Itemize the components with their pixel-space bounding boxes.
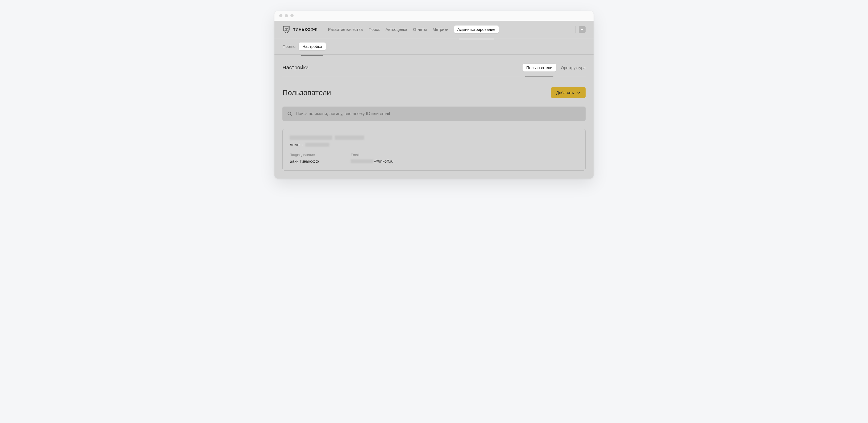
add-button-label: Добавить bbox=[556, 90, 574, 95]
department-value: Банк Тинькофф bbox=[289, 159, 319, 163]
nav-item-metrics[interactable]: Метрики bbox=[433, 26, 448, 33]
window-close-dot[interactable] bbox=[279, 14, 282, 17]
nav-item-reports[interactable]: Отчеты bbox=[413, 26, 427, 33]
page-title: Пользователи bbox=[282, 89, 331, 97]
search-icon bbox=[287, 111, 292, 116]
window-titlebar bbox=[274, 11, 594, 21]
search-box[interactable] bbox=[282, 106, 586, 121]
window-maximize-dot[interactable] bbox=[290, 14, 293, 17]
top-nav: ТИНЬКОФФ Развитие качества Поиск Автооце… bbox=[274, 21, 594, 38]
subnav-item-forms[interactable]: Формы bbox=[282, 42, 296, 50]
tab-orgstructure[interactable]: Оргструктура bbox=[561, 64, 586, 71]
user-fields: Подразделение Банк Тинькофф Email @tinko… bbox=[289, 153, 579, 163]
email-label: Email bbox=[351, 153, 393, 157]
department-label: Подразделение bbox=[289, 153, 319, 157]
shield-icon bbox=[282, 26, 290, 33]
subnav-item-settings[interactable]: Настройки bbox=[299, 42, 326, 50]
window-minimize-dot[interactable] bbox=[285, 14, 288, 17]
content-area: Настройки Пользователи Оргструктура Поль… bbox=[274, 55, 594, 178]
user-card[interactable]: Агент · Подразделение Банк Тинькофф Emai… bbox=[282, 129, 586, 171]
user-role-row: Агент · bbox=[289, 142, 579, 147]
nav-list: Развитие качества Поиск Автооценка Отчет… bbox=[328, 26, 499, 33]
tab-users[interactable]: Пользователи bbox=[523, 64, 556, 71]
sub-nav: Формы Настройки bbox=[274, 38, 594, 55]
page-header: Пользователи Добавить bbox=[282, 87, 586, 98]
email-field: Email @tinkoff.ru bbox=[351, 153, 393, 163]
nav-item-quality[interactable]: Развитие качества bbox=[328, 26, 363, 33]
search-input[interactable] bbox=[296, 111, 581, 116]
settings-header: Настройки Пользователи Оргструктура bbox=[282, 64, 586, 77]
chevron-down-icon bbox=[580, 28, 584, 31]
nav-item-admin[interactable]: Администрирование bbox=[454, 26, 499, 33]
user-login-redacted bbox=[305, 143, 329, 147]
settings-title: Настройки bbox=[282, 65, 308, 71]
user-name-redacted-2 bbox=[335, 135, 364, 140]
nav-right bbox=[575, 26, 586, 33]
app-body: ТИНЬКОФФ Развитие качества Поиск Автооце… bbox=[274, 21, 594, 178]
user-name-redacted bbox=[289, 135, 332, 140]
chevron-down-icon bbox=[577, 91, 580, 94]
app-window: ТИНЬКОФФ Развитие качества Поиск Автооце… bbox=[274, 11, 594, 178]
svg-line-1 bbox=[290, 115, 291, 116]
nav-item-search[interactable]: Поиск bbox=[369, 26, 380, 33]
email-local-redacted bbox=[351, 159, 373, 163]
user-menu-button[interactable] bbox=[579, 26, 586, 33]
brand-name: ТИНЬКОФФ bbox=[293, 27, 317, 32]
settings-tabs: Пользователи Оргструктура bbox=[523, 64, 586, 71]
email-value: @tinkoff.ru bbox=[351, 159, 393, 163]
brand-logo[interactable]: ТИНЬКОФФ bbox=[282, 26, 317, 33]
separator-dot: · bbox=[302, 142, 303, 147]
add-button[interactable]: Добавить bbox=[551, 87, 586, 98]
user-name-row bbox=[289, 135, 579, 140]
nav-divider bbox=[575, 26, 576, 33]
department-field: Подразделение Банк Тинькофф bbox=[289, 153, 319, 163]
user-role-label: Агент bbox=[289, 142, 300, 147]
nav-item-autoassess[interactable]: Автооценка bbox=[385, 26, 407, 33]
email-domain: @tinkoff.ru bbox=[374, 159, 393, 163]
